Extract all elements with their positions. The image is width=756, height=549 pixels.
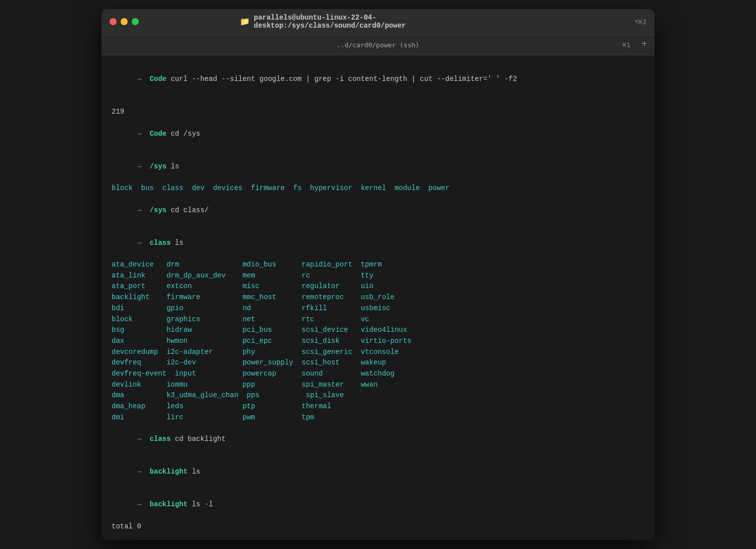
titlebar: 📁 parallels@ubuntu-linux-22-04-desktop:/…: [102, 9, 654, 35]
prompt-arrow: →: [137, 206, 149, 214]
prompt-arrow: →: [137, 500, 149, 508]
prompt-path: class: [150, 239, 171, 247]
terminal-output: dma k3_udma_glue_chan pps spi_slave: [112, 390, 644, 401]
terminal-line: → /sys cd class/: [112, 194, 644, 227]
tabbar: ..d/card0/power (ssh) ⌘1 +: [102, 35, 654, 55]
cmd-text: cd backlight: [171, 435, 226, 443]
close-button[interactable]: [110, 18, 117, 25]
terminal-output: devfreq i2c-dev power_supply scsi_host w…: [112, 357, 644, 369]
terminal-output: dax hwmon pci_epc scsi_disk virtio-ports: [112, 336, 644, 347]
cmd-text: ls: [171, 239, 183, 247]
terminal-output: dma_heap leds ptp thermal: [112, 401, 644, 412]
prompt-keyword: Code: [150, 75, 167, 83]
terminal-output: block bus class dev devices firmware fs …: [112, 183, 644, 194]
terminal-line: → class ls: [112, 227, 644, 259]
cmd-text: ls -l: [187, 500, 213, 508]
prompt-path: class: [150, 435, 171, 443]
prompt-arrow: →: [137, 468, 149, 476]
prompt-arrow: →: [137, 162, 149, 170]
terminal-output: ata_device drm mdio_bus rapidio_port tpm…: [112, 259, 644, 270]
terminal-line: → backlight ls: [112, 455, 644, 488]
cmd-text: curl --head --silent google.com | grep -…: [166, 75, 517, 83]
cmd-text: ls: [166, 162, 179, 170]
terminal-output: bsg hidraw pci_bus scsi_device video4lin…: [112, 325, 644, 336]
terminal-output: devfreq-event input powercap sound watch…: [112, 369, 644, 380]
tab-shortcut: ⌘1: [622, 41, 630, 49]
folder-icon: 📁: [240, 17, 250, 27]
prompt-arrow: →: [137, 130, 149, 138]
terminal-line: → class cd backlight: [112, 423, 644, 455]
prompt-path: /sys: [150, 162, 167, 170]
terminal-output: devlink iommu ppp spi_master wwan: [112, 380, 644, 391]
prompt-keyword: Code: [150, 130, 167, 138]
terminal-output: block graphics net rtc vc: [112, 314, 644, 325]
terminal-output: ata_port extcon misc regulator uio: [112, 281, 644, 292]
terminal-line: → /sys ls: [112, 150, 644, 183]
terminal-output: 219: [112, 107, 644, 118]
terminal-line: [112, 96, 644, 107]
terminal-line: → backlight ls -l: [112, 489, 644, 521]
prompt-arrow: →: [137, 239, 149, 247]
window-shortcut: ⌥⌘2: [635, 18, 646, 26]
traffic-lights: [110, 18, 139, 25]
cmd-text: cd class/: [166, 206, 209, 214]
prompt-arrow: →: [137, 75, 149, 83]
minimize-button[interactable]: [121, 18, 128, 25]
terminal-output: bdi gpio nd rfkill usbmisc: [112, 303, 644, 314]
terminal-content: → Code curl --head --silent google.com |…: [102, 55, 654, 540]
prompt-arrow: →: [137, 435, 149, 443]
terminal-output: total 0: [112, 521, 644, 532]
prompt-path: backlight: [150, 500, 188, 508]
prompt-path: backlight: [150, 468, 188, 476]
prompt-path: /sys: [150, 206, 167, 214]
title-text: parallels@ubuntu-linux-22-04-desktop:/sy…: [254, 14, 516, 30]
terminal-output: backlight firmware mmc_host remoteproc u…: [112, 292, 644, 303]
terminal-line: → Code curl --head --silent google.com |…: [112, 63, 644, 96]
terminal-window: 📁 parallels@ubuntu-linux-22-04-desktop:/…: [102, 9, 654, 540]
window-title: 📁 parallels@ubuntu-linux-22-04-desktop:/…: [240, 14, 516, 30]
terminal-line: → Code cd /sys: [112, 118, 644, 150]
tab-label[interactable]: ..d/card0/power (ssh): [337, 41, 419, 49]
terminal-output: devcoredump i2c-adapter phy scsi_generic…: [112, 347, 644, 358]
new-tab-button[interactable]: +: [641, 40, 647, 50]
cmd-text: cd /sys: [166, 130, 200, 138]
terminal-output: dmi lirc pwm tpm: [112, 412, 644, 423]
terminal-output: ata_link drm_dp_aux_dev mem rc tty: [112, 270, 644, 282]
cmd-text: ls: [187, 468, 200, 476]
maximize-button[interactable]: [132, 18, 139, 25]
